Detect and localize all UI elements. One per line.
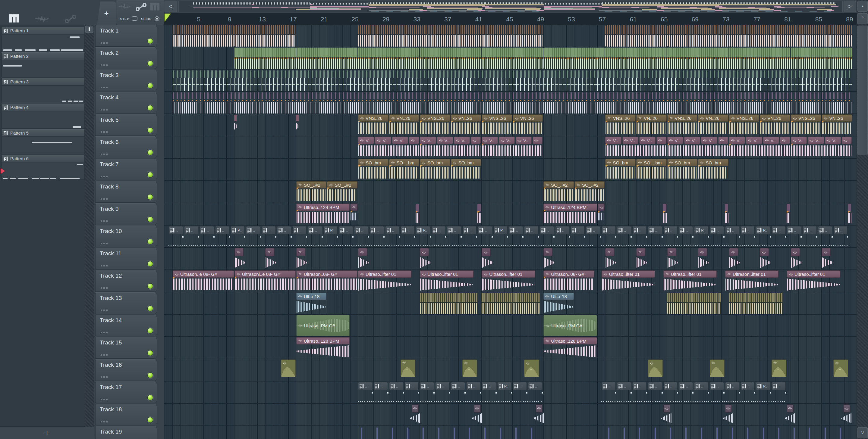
audio-wave-icon[interactable]: [35, 14, 49, 24]
clip-header[interactable]: Ultrason..08- G#: [544, 270, 594, 278]
track-mute-led[interactable]: [148, 128, 153, 133]
step-toggle[interactable]: [132, 16, 137, 21]
track-header[interactable]: Track 14: [95, 315, 157, 336]
track-header[interactable]: Track 4: [95, 92, 157, 113]
pattern-mini-clip[interactable]: ..: [741, 226, 755, 234]
pattern-clip[interactable]: [544, 92, 604, 113]
audio-clip[interactable]: Ultraso..124 BPM: [544, 204, 597, 225]
audio-clip[interactable]: ..: [401, 360, 415, 377]
clip-header[interactable]: VN..26: [760, 114, 790, 122]
clip-header[interactable]: Ultrasoni..e 08- G#: [235, 270, 296, 278]
track-mute-led[interactable]: [148, 284, 153, 289]
audio-clip[interactable]: [296, 248, 308, 270]
pattern-mini-clip[interactable]: ..: [404, 382, 418, 390]
audio-clip[interactable]: Ultraso..ifter 01: [663, 270, 717, 292]
clip-header[interactable]: Ultraso..128 BPM: [544, 337, 597, 344]
note-line[interactable]: [732, 428, 733, 439]
audio-clip-sliver[interactable]: [415, 204, 419, 212]
track-mute-led[interactable]: [148, 373, 153, 378]
track-mute-led[interactable]: [148, 105, 153, 110]
clip-header[interactable]: VNS..26: [420, 114, 450, 122]
pattern-clip[interactable]: [296, 70, 358, 91]
toolbar-automation-icon[interactable]: [135, 3, 147, 12]
audio-clip[interactable]: [598, 204, 605, 225]
track-header[interactable]: Track 12: [95, 270, 157, 292]
audio-clip[interactable]: Ultraso..128 BPM: [296, 337, 350, 359]
pattern-solo-button[interactable]: [85, 26, 93, 33]
audio-clip[interactable]: [474, 404, 481, 412]
pattern-clip[interactable]: [482, 47, 543, 69]
pattern-mini-clip[interactable]: ..: [308, 226, 322, 234]
pattern-mini-clip[interactable]: ..: [435, 382, 450, 390]
timeline-ruler[interactable]: 5913172125293337414549535761656973778185…: [164, 13, 857, 25]
pattern-mini-clip[interactable]: ..: [772, 382, 786, 390]
clip-header[interactable]: SO..bm: [605, 159, 636, 166]
track-mute-led[interactable]: [148, 417, 153, 423]
pattern-mini-clip[interactable]: ..: [540, 226, 554, 234]
audio-clip[interactable]: SO_..bm: [636, 159, 667, 181]
audio-clip[interactable]: VN..26: [822, 114, 852, 136]
audio-clip[interactable]: [350, 204, 358, 225]
audio-clip[interactable]: Ultraso..ifter 01: [787, 270, 840, 292]
clip-header[interactable]: [235, 248, 244, 256]
toolbar-piano-icon[interactable]: [150, 3, 159, 12]
pattern-mini-clip[interactable]: ..: [451, 382, 465, 390]
audio-clip[interactable]: SO..bm: [420, 159, 450, 181]
clip-header[interactable]: SO..bm: [420, 159, 450, 166]
track-header[interactable]: Track 8: [95, 181, 157, 203]
audio-clip-sliver[interactable]: [477, 204, 481, 212]
audio-clip[interactable]: VN..26: [389, 114, 420, 136]
clip-header[interactable]: VN..26: [698, 114, 728, 122]
audio-clip[interactable]: Ultrasoni..e 08- G#: [235, 270, 296, 292]
clip-header[interactable]: Ult..r 18: [544, 293, 574, 300]
clip-header[interactable]: SO_..#2: [296, 181, 327, 189]
clip-header[interactable]: Ultraso..128 BPM: [296, 337, 350, 344]
audio-clip[interactable]: SO_..#2: [575, 181, 605, 203]
pattern-mini-clip[interactable]: ..: [389, 382, 403, 390]
pattern-item[interactable]: Pattern 4: [1, 104, 85, 129]
audio-clip[interactable]: [663, 404, 670, 412]
vertical-scrollbar[interactable]: ▪ ^ v: [857, 0, 868, 439]
pattern-mini-clip[interactable]: P..: [230, 226, 245, 234]
pattern-mini-clip[interactable]: ..: [478, 226, 492, 234]
pattern-clip[interactable]: [729, 47, 790, 69]
clip-header[interactable]: [358, 248, 367, 256]
pattern-mini-clip[interactable]: ..: [694, 382, 708, 390]
note-line[interactable]: [778, 428, 779, 439]
pattern-mini-clip[interactable]: ..: [663, 226, 678, 234]
audio-clip[interactable]: SO_..#2: [544, 181, 574, 203]
audio-clip[interactable]: SO_..bm: [389, 159, 420, 181]
pattern-list-scrollbar[interactable]: [85, 25, 94, 427]
pattern-clip[interactable]: [235, 47, 296, 69]
pattern-clip[interactable]: [605, 47, 666, 69]
note-line[interactable]: [624, 428, 625, 439]
pattern-mini-clip[interactable]: ..: [184, 226, 198, 234]
scrollbar-thumb[interactable]: [858, 26, 868, 155]
pattern-mini-clip[interactable]: ..: [632, 382, 647, 390]
pattern-mini-clip[interactable]: ..: [447, 226, 461, 234]
scrollbar-corner-button[interactable]: ▪: [858, 1, 868, 12]
clip-header[interactable]: VN..26: [451, 114, 481, 122]
note-line[interactable]: [361, 428, 362, 439]
audio-clip[interactable]: ..: [462, 360, 477, 377]
track-options-dots[interactable]: [101, 287, 102, 289]
pattern-clip[interactable]: [544, 70, 604, 91]
pattern-clip[interactable]: [482, 293, 540, 314]
clip-header[interactable]: Ultraso..ifter 01: [601, 270, 655, 278]
track-mute-led[interactable]: [148, 239, 153, 244]
pattern-mini-clip[interactable]: ..: [601, 382, 616, 390]
toolbar-wave-icon[interactable]: [119, 3, 130, 12]
clip-header[interactable]: Ultraso..ifter 01: [420, 270, 473, 278]
note-line[interactable]: [809, 428, 810, 439]
note-line[interactable]: [840, 428, 841, 439]
pattern-item-header[interactable]: Pattern 3: [1, 78, 85, 86]
pattern-mini-clip[interactable]: ..: [570, 226, 585, 234]
pattern-mini-clip[interactable]: ..: [555, 226, 569, 234]
audio-clip-sliver[interactable]: [663, 204, 666, 212]
track-header[interactable]: Track 1: [95, 25, 157, 47]
pattern-clip[interactable]: [420, 47, 481, 69]
track-options-dots[interactable]: [101, 421, 102, 423]
clip-header[interactable]: SO..bm: [451, 159, 481, 166]
pattern-mini-clip[interactable]: ..: [277, 226, 291, 234]
note-line[interactable]: [794, 428, 795, 439]
